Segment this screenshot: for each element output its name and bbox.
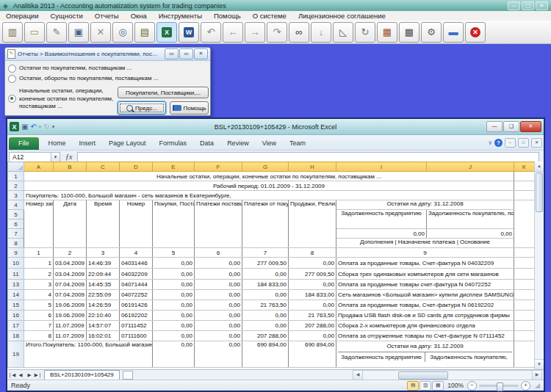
horizontal-scroll-thumb[interactable] <box>398 371 448 380</box>
cell[interactable]: Задолженность покупателю, поставщику <box>427 210 514 229</box>
normal-view-button[interactable]: ▤ <box>407 381 419 391</box>
qat-undo-dropdown-icon[interactable]: ▾ <box>39 122 42 131</box>
cell[interactable]: 0,00 <box>153 258 195 269</box>
cell[interactable]: Остатки на дату: 31.12.2009Задолженность… <box>336 341 514 368</box>
cell[interactable]: 0,00 <box>153 290 195 300</box>
cell[interactable]: 0,00 <box>195 300 242 311</box>
cell[interactable]: Начальные остатки, операции, конечные ос… <box>24 172 514 181</box>
collapse-ribbon-icon[interactable]: ∨ <box>488 139 492 146</box>
cell[interactable]: 690 894,00 <box>242 341 289 368</box>
cell[interactable] <box>514 172 535 181</box>
cell[interactable]: Продажи, Реализация <box>289 200 336 248</box>
cell[interactable]: Оплата за проданные товары счет-фактура … <box>336 280 514 290</box>
cell[interactable]: 0,00 <box>153 341 195 368</box>
insert-function-icon[interactable]: ƒx <box>60 153 77 161</box>
cell[interactable]: 207 288,00 <box>289 321 336 331</box>
preview-button[interactable]: Предс... <box>118 101 166 115</box>
cell[interactable]: 14:26:59 <box>87 300 120 311</box>
cell[interactable]: 0,00 <box>289 331 336 341</box>
delete-button[interactable]: ✕ <box>90 22 111 43</box>
cell[interactable]: 14:46:39 <box>87 258 120 269</box>
scroll-right-icon[interactable]: ▶ <box>532 370 542 380</box>
zoom-slider-thumb[interactable] <box>497 382 503 391</box>
next-sheet-icon[interactable]: ▶ <box>25 372 34 378</box>
cell[interactable]: 4 <box>24 290 54 300</box>
calculator-button[interactable]: ▩ <box>399 22 419 43</box>
parties-button[interactable]: Покупатели, Поставщики,... <box>118 87 209 98</box>
horizontal-scroll-track[interactable] <box>363 370 532 380</box>
cell[interactable]: 0,00 <box>289 258 336 269</box>
row-header-5[interactable]: 5 <box>8 210 24 219</box>
cell[interactable]: 0,00 <box>242 321 289 331</box>
ribbon-tab-home[interactable]: Home <box>42 137 73 150</box>
row-header-15[interactable]: 15 <box>8 300 24 311</box>
column-header-C[interactable]: C <box>87 162 120 172</box>
zoom-out-icon[interactable]: − <box>467 381 477 391</box>
prev-sheet-icon[interactable]: ◀ <box>16 372 25 378</box>
undo-all-button[interactable]: ↶ <box>201 22 221 43</box>
grid-settings-button[interactable]: ▦ <box>377 22 397 43</box>
qat-undo-icon[interactable]: ↶ <box>30 122 36 131</box>
select-all-corner[interactable] <box>8 162 24 172</box>
cell[interactable]: 0,00 <box>195 258 242 269</box>
cell[interactable]: Остатки на дату: 31.12.2008 <box>336 200 514 210</box>
dialog-titlebar[interactable]: ✎ Отчеты > Взаимоотношения с покупателям… <box>5 48 210 61</box>
row-header-8[interactable]: 8 <box>8 239 24 248</box>
cell[interactable]: 5 <box>24 300 54 311</box>
column-header-B[interactable]: B <box>54 162 87 172</box>
cell[interactable]: 184 833,00 <box>289 290 336 300</box>
back-button[interactable]: ← <box>223 22 243 43</box>
cell[interactable]: 6 <box>195 248 242 258</box>
exit-button[interactable]: ✕ <box>465 22 486 43</box>
cell[interactable]: Сборка 2-х компьютеров для финансового о… <box>336 321 514 331</box>
cell[interactable]: 0,00 <box>195 269 242 280</box>
row-header-2[interactable]: 2 <box>8 181 24 191</box>
cell[interactable]: 207 288,00 <box>242 331 289 341</box>
find-button[interactable]: ∞ <box>289 22 309 43</box>
cell[interactable]: 04032209 <box>120 269 153 280</box>
cell[interactable]: 0,00 <box>153 300 195 311</box>
menu-item-operations[interactable]: Операции <box>0 11 44 21</box>
cell[interactable]: Рабочий период: 01.01.2009 - 31.12.2009 <box>24 181 514 191</box>
cell[interactable]: 11.07.2009 <box>54 331 87 341</box>
cell[interactable]: Покупатель: 1100-000, Большой магазин - … <box>24 191 514 200</box>
save-button[interactable]: ▣ <box>68 22 89 43</box>
ribbon-tab-team[interactable]: Team <box>283 137 312 150</box>
qat-save-icon[interactable]: ▣ <box>21 122 28 131</box>
cell[interactable]: 0,00 <box>242 311 289 321</box>
ribbon-tab-formulas[interactable]: Formulas <box>153 137 194 150</box>
radio-option-balances-turnovers[interactable]: Остатки, обороты по покупателям, поставщ… <box>8 75 208 83</box>
print-button[interactable]: ▤ <box>134 22 155 43</box>
export-word-button[interactable]: W <box>179 22 199 43</box>
cell[interactable]: Продажа USB flash disk-ов и SD cards для… <box>336 311 514 321</box>
insert-worksheet-icon[interactable] <box>123 371 133 380</box>
cell[interactable]: Дополнения | Назначение платежа | Основа… <box>336 239 514 248</box>
cell[interactable]: 9 <box>336 248 514 258</box>
zoom-slider[interactable] <box>479 385 519 387</box>
download-button[interactable]: ↓ <box>311 22 331 43</box>
cell[interactable]: 6 <box>24 311 54 321</box>
row-header-10[interactable]: 10 <box>8 258 24 269</box>
cell[interactable]: Оплата за проданные товары, Счет-фактура… <box>336 300 514 311</box>
cell[interactable]: 690 894,00 <box>289 341 336 368</box>
dialog-minimize-icon[interactable]: ▭ <box>165 48 179 59</box>
cell[interactable] <box>514 200 535 248</box>
name-box-dropdown-icon[interactable]: ▼ <box>51 152 60 162</box>
cell[interactable]: 0,00 <box>427 229 514 239</box>
row-header-14[interactable]: 14 <box>8 290 24 300</box>
cell[interactable]: Задолженность предприятию <box>336 210 427 229</box>
cell[interactable]: 04031446 <box>120 258 153 269</box>
row-header-3[interactable]: 3 <box>8 191 24 200</box>
forward-button[interactable]: → <box>245 22 265 43</box>
cell[interactable] <box>514 300 535 311</box>
cell[interactable]: 0,00 <box>195 280 242 290</box>
redo-all-button[interactable]: ↷ <box>267 22 287 43</box>
cell[interactable]: 277 009,50 <box>289 269 336 280</box>
ribbon-tab-view[interactable]: View <box>256 137 283 150</box>
radio-option-opening-operations-closing[interactable]: Начальные остатки, операции, конечные ос… <box>8 87 117 111</box>
cell[interactable] <box>514 269 535 280</box>
scroll-left-icon[interactable]: ◀ <box>353 370 363 380</box>
edit-report-button[interactable]: ✎ <box>46 22 67 43</box>
workbook-close-icon[interactable]: ✕ <box>531 138 542 148</box>
help-button[interactable]: ▬ <box>443 22 464 43</box>
